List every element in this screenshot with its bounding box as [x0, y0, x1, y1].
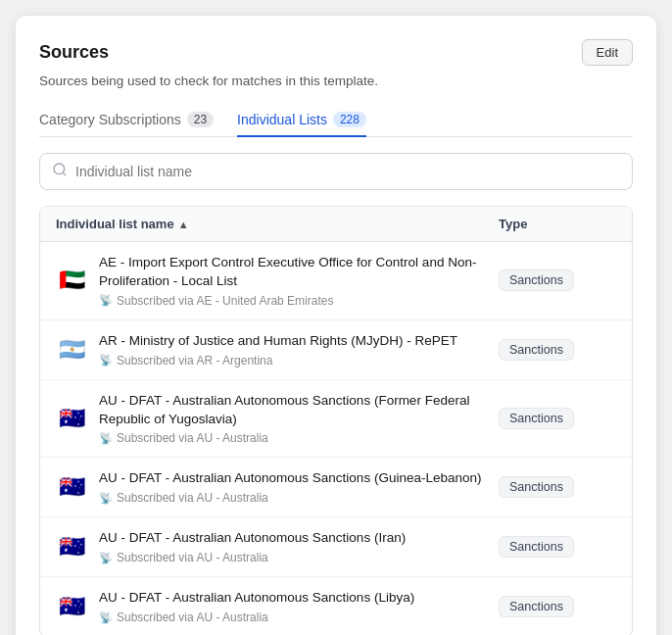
page-title: Sources	[39, 42, 109, 63]
search-input[interactable]	[75, 164, 620, 179]
type-badge: Sanctions	[499, 269, 574, 291]
svg-point-0	[54, 164, 65, 174]
tabs-row: Category Subscriptions 23 Individual Lis…	[39, 104, 633, 137]
list-info: AR - Ministry of Justice and Human Right…	[99, 332, 487, 367]
header-row: Sources Edit	[39, 39, 633, 66]
table-row: 🇦🇺 AU - DFAT - Australian Autonomous San…	[40, 577, 632, 635]
tab-category-count: 23	[187, 112, 214, 127]
subscribed-via: 📡 Subscribed via AU - Australia	[99, 431, 487, 445]
flag-icon: 🇦🇺	[56, 531, 87, 562]
feed-icon: 📡	[99, 611, 113, 624]
feed-icon: 📡	[99, 552, 113, 564]
rows-container: 🇦🇪 AE - Import Export Control Executive …	[40, 242, 632, 635]
feed-icon: 📡	[99, 432, 113, 445]
flag-icon: 🇦🇺	[56, 403, 87, 434]
col-name-header: Individual list name ▲	[56, 217, 499, 231]
list-table: Individual list name ▲ Type 🇦🇪 AE - Impo…	[39, 206, 633, 635]
list-name: AE - Import Export Control Executive Off…	[99, 254, 487, 291]
search-icon	[52, 162, 68, 181]
flag-icon: 🇦🇷	[56, 334, 87, 366]
table-row: 🇦🇷 AR - Ministry of Justice and Human Ri…	[40, 320, 632, 380]
search-box	[39, 153, 633, 190]
col-type-header: Type	[499, 217, 616, 231]
flag-icon: 🇦🇪	[56, 265, 87, 296]
list-name: AU - DFAT - Australian Autonomous Sancti…	[99, 529, 487, 548]
list-name: AR - Ministry of Justice and Human Right…	[99, 332, 487, 351]
list-info: AU - DFAT - Australian Autonomous Sancti…	[99, 469, 487, 505]
subscribed-via: 📡 Subscribed via AU - Australia	[99, 611, 487, 624]
list-info: AU - DFAT - Australian Autonomous Sancti…	[99, 392, 487, 446]
svg-line-1	[63, 172, 66, 175]
table-row: 🇦🇺 AU - DFAT - Australian Autonomous San…	[40, 458, 632, 517]
tab-individual-lists[interactable]: Individual Lists 228	[237, 104, 366, 137]
tab-category-subscriptions[interactable]: Category Subscriptions 23	[39, 104, 214, 137]
tab-individual-count: 228	[333, 112, 366, 127]
subscribed-via: 📡 Subscribed via AE - United Arab Emirat…	[99, 294, 487, 308]
subscribed-via: 📡 Subscribed via AU - Australia	[99, 551, 487, 564]
type-badge-container: Sanctions	[499, 536, 616, 558]
subscribed-via: 📡 Subscribed via AU - Australia	[99, 491, 487, 505]
tab-individual-label: Individual Lists	[237, 112, 327, 127]
list-name: AU - DFAT - Australian Autonomous Sancti…	[99, 589, 487, 608]
flag-icon: 🇦🇺	[56, 471, 87, 503]
type-badge: Sanctions	[499, 476, 574, 498]
type-badge-container: Sanctions	[499, 339, 616, 361]
feed-icon: 📡	[99, 492, 113, 505]
subtitle: Sources being used to check for matches …	[39, 73, 633, 88]
type-badge-container: Sanctions	[499, 476, 616, 498]
edit-button[interactable]: Edit	[582, 39, 633, 66]
tab-category-label: Category Subscriptions	[39, 112, 181, 127]
type-badge: Sanctions	[499, 408, 574, 429]
table-row: 🇦🇪 AE - Import Export Control Executive …	[40, 242, 632, 320]
flag-icon: 🇦🇺	[56, 591, 87, 622]
list-name: AU - DFAT - Australian Autonomous Sancti…	[99, 469, 487, 488]
feed-icon: 📡	[99, 294, 113, 307]
type-badge: Sanctions	[499, 339, 574, 361]
list-info: AU - DFAT - Australian Autonomous Sancti…	[99, 589, 487, 624]
feed-icon: 📡	[99, 354, 113, 366]
type-badge-container: Sanctions	[499, 596, 616, 617]
type-badge: Sanctions	[499, 596, 574, 617]
list-info: AU - DFAT - Australian Autonomous Sancti…	[99, 529, 487, 564]
list-info: AE - Import Export Control Executive Off…	[99, 254, 487, 308]
sources-card: Sources Edit Sources being used to check…	[16, 16, 656, 635]
sort-icon: ▲	[178, 219, 189, 230]
list-name: AU - DFAT - Australian Autonomous Sancti…	[99, 392, 487, 429]
table-header: Individual list name ▲ Type	[40, 207, 632, 242]
table-row: 🇦🇺 AU - DFAT - Australian Autonomous San…	[40, 517, 632, 577]
subscribed-via: 📡 Subscribed via AR - Argentina	[99, 354, 487, 367]
type-badge-container: Sanctions	[499, 269, 616, 291]
type-badge: Sanctions	[499, 536, 574, 558]
type-badge-container: Sanctions	[499, 408, 616, 429]
table-row: 🇦🇺 AU - DFAT - Australian Autonomous San…	[40, 380, 632, 459]
